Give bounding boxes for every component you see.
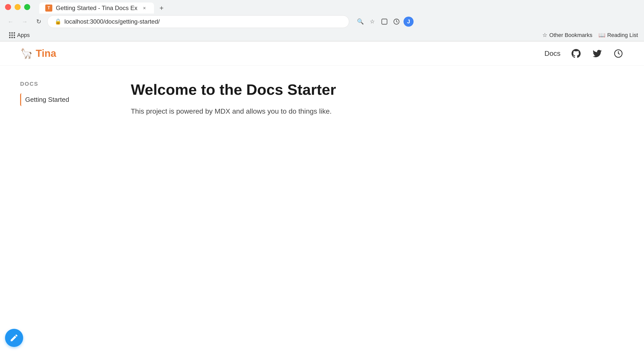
website: 🦙 Tina Docs bbox=[0, 41, 644, 132]
window-controls bbox=[5, 4, 30, 10]
new-tab-button[interactable]: + bbox=[156, 3, 167, 14]
tab-close-button[interactable]: × bbox=[141, 5, 148, 12]
minimize-button[interactable] bbox=[15, 4, 21, 10]
main-content: Welcome to the Docs Starter This project… bbox=[121, 81, 533, 117]
sidebar-item-getting-started[interactable]: Getting Started bbox=[20, 93, 106, 106]
browser-chrome: T Getting Started - Tina Docs Ex × + ← →… bbox=[0, 0, 644, 41]
address-bar-row: ← → ↻ 🔒 localhost:3000/docs/getting-star… bbox=[0, 14, 644, 29]
bookmarks-icon: ☆ bbox=[542, 32, 547, 38]
sidebar: DOCS Getting Started bbox=[20, 81, 121, 117]
extension1-icon[interactable] bbox=[379, 17, 389, 27]
other-bookmarks-item[interactable]: ☆ Other Bookmarks bbox=[542, 32, 592, 38]
forward-button[interactable]: → bbox=[19, 16, 30, 27]
lock-icon: 🔒 bbox=[55, 18, 61, 25]
github-nav-icon[interactable] bbox=[571, 48, 582, 59]
reading-list-icon: 📖 bbox=[598, 32, 605, 38]
tab-favicon: T bbox=[45, 5, 52, 12]
star-icon[interactable]: ☆ bbox=[367, 17, 377, 27]
page-description: This project is powered by MDX and allow… bbox=[131, 106, 533, 117]
sidebar-section-title: DOCS bbox=[20, 81, 106, 87]
site-logo[interactable]: 🦙 Tina bbox=[20, 48, 56, 59]
bookmarks-bar: Apps ☆ Other Bookmarks 📖 Reading List bbox=[0, 29, 644, 41]
theme-toggle-icon[interactable] bbox=[613, 48, 624, 59]
url-text: localhost:3000/docs/getting-started/ bbox=[64, 18, 160, 25]
bookmarks-right: ☆ Other Bookmarks 📖 Reading List bbox=[542, 32, 638, 38]
apps-button[interactable]: Apps bbox=[6, 30, 33, 40]
profile-button[interactable]: J bbox=[404, 17, 414, 27]
other-bookmarks-label: Other Bookmarks bbox=[549, 32, 592, 38]
active-tab[interactable]: T Getting Started - Tina Docs Ex × bbox=[39, 3, 154, 14]
reading-list-label: Reading List bbox=[607, 32, 638, 38]
reading-list-item[interactable]: 📖 Reading List bbox=[598, 32, 638, 38]
svg-rect-0 bbox=[382, 19, 387, 24]
twitter-nav-icon[interactable] bbox=[592, 48, 603, 59]
site-content: DOCS Getting Started Welcome to the Docs… bbox=[0, 66, 553, 132]
site-header: 🦙 Tina Docs bbox=[0, 41, 644, 66]
close-button[interactable] bbox=[5, 4, 11, 10]
edit-icon bbox=[10, 333, 19, 342]
extension2-icon[interactable] bbox=[391, 17, 401, 27]
address-input[interactable]: 🔒 localhost:3000/docs/getting-started/ bbox=[47, 15, 349, 28]
apps-grid-icon bbox=[9, 32, 15, 38]
tabs-bar: T Getting Started - Tina Docs Ex × + bbox=[34, 1, 172, 14]
docs-nav-link[interactable]: Docs bbox=[544, 50, 560, 58]
back-button[interactable]: ← bbox=[5, 16, 16, 27]
page-title: Welcome to the Docs Starter bbox=[131, 81, 533, 99]
tab-title: Getting Started - Tina Docs Ex bbox=[56, 5, 137, 12]
site-nav: Docs bbox=[544, 48, 624, 59]
tina-edit-button[interactable] bbox=[5, 329, 23, 347]
toolbar-icons: 🔍 ☆ J bbox=[355, 17, 414, 27]
site-name: Tina bbox=[36, 48, 56, 59]
zoom-icon[interactable]: 🔍 bbox=[355, 17, 365, 27]
apps-label: Apps bbox=[17, 32, 30, 38]
llama-icon: 🦙 bbox=[20, 48, 33, 59]
maximize-button[interactable] bbox=[24, 4, 30, 10]
refresh-button[interactable]: ↻ bbox=[33, 16, 44, 27]
sidebar-item-label: Getting Started bbox=[25, 96, 69, 104]
title-bar: T Getting Started - Tina Docs Ex × + bbox=[0, 0, 644, 14]
